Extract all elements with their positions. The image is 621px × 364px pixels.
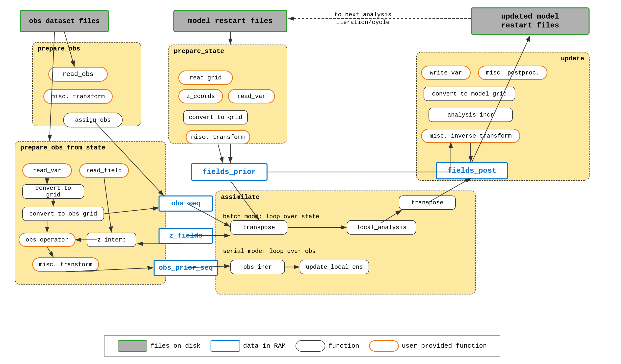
analysis-incr-node: analysis_incr [429,108,513,122]
fields-prior-node: fields_prior [191,163,268,181]
z-coords-node: z_coords [178,89,223,103]
read-field-node: read_field [79,163,129,178]
prepare-obs-from-state-label: prepare_obs_from_state [20,144,105,151]
assign-obs-node: assign_obs [63,113,123,127]
z-fields-node: z_fields [159,228,213,244]
obs-operator-node: obs_operator [19,233,76,247]
read-var-2-node: read_var [22,163,72,178]
transpose-1-node: transpose [230,220,287,235]
legend-function-item: function [296,340,359,352]
obs-dataset-files: obs dataset files [20,10,109,32]
prepare-obs-label: prepare_obs [38,45,80,52]
diagram: prepare_obs prepare_state update prepare… [0,0,621,364]
svg-line-29 [218,144,223,163]
to-next-analysis-text: to next analysis iteration/cycle [324,10,401,27]
legend-user-item: user-provided function [369,340,487,352]
convert-to-model-grid-node: convert to model_grid [424,87,515,101]
fields-post-node: fields_post [436,162,508,179]
legend-ram-box [211,340,240,352]
legend-files-item: files on disk [118,340,201,352]
legend-ram-item: data in RAM [211,340,286,352]
convert-to-grid-2-node: convert to grid [22,184,84,199]
obs-prior-seq-node: obs_prior_seq [154,260,218,276]
read-var-1-node: read_var [228,89,275,103]
legend-files-box [118,340,147,352]
misc-transform-3-node: misc. transform [32,257,99,272]
update-label: update [561,55,584,62]
batch-mode-text: batch mode: loop over state [220,212,344,221]
misc-postproc-node: misc. postproc. [478,66,547,80]
obs-incr-node: obs_incr [230,260,285,274]
serial-mode-text: serial mode: loop over obs [220,246,344,256]
assimilate-label: assimilate [221,194,260,201]
prepare-state-label: prepare_state [174,48,224,55]
write-var-node: write_var [421,66,471,80]
obs-seq-node: obs_seq [159,195,213,212]
updated-model-restart-files: updated model restart files [471,7,590,35]
convert-to-obs-grid-node: convert to obs_grid [22,207,104,221]
legend-user-label: user-provided function [402,342,487,350]
legend-ram-label: data in RAM [243,342,286,350]
misc-inverse-transform-node: misc. inverse transform [421,129,520,143]
misc-transform-1-node: misc. transform [43,89,113,104]
misc-transform-2-node: misc. transform [186,130,250,144]
convert-to-grid-1-node: convert to grid [183,110,248,124]
local-analysis-node: local_analysis [347,220,416,235]
model-restart-files: model restart files [173,10,287,32]
legend-user-box [369,340,399,352]
read-obs-node: read_obs [48,67,108,82]
legend-files-label: files on disk [150,342,201,350]
z-interp-node: z_interp [87,233,136,247]
update-local-ens-node: update_local_ens [300,260,369,274]
legend: files on disk data in RAM function user-… [104,335,500,357]
legend-function-box [296,340,325,352]
read-grid-node: read_grid [178,71,233,85]
transpose-2-node: transpose [399,195,456,210]
legend-function-label: function [328,342,359,350]
